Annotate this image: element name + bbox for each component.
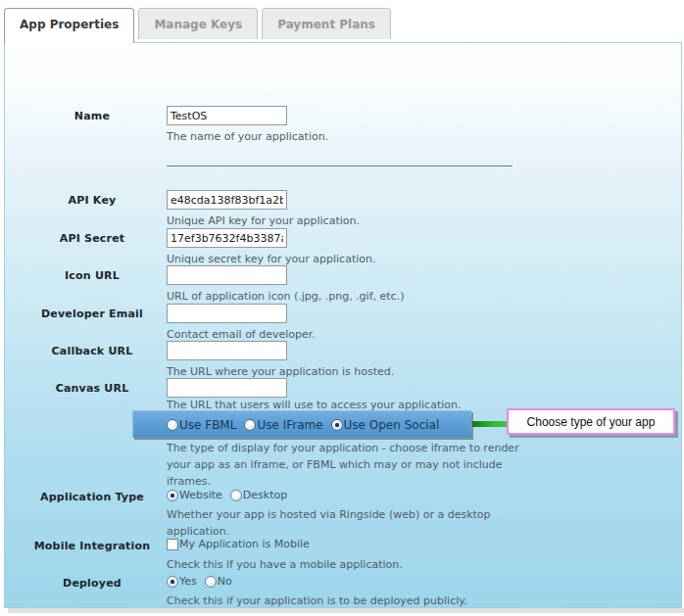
- developer-email-input[interactable]: [167, 304, 287, 323]
- application-type-options: Website Desktop: [167, 489, 287, 501]
- radio-use-iframe[interactable]: Use IFrame: [244, 418, 322, 432]
- deployed-options: Yes No: [167, 575, 232, 588]
- name-label: Name: [18, 110, 167, 122]
- callback-url-label: Callback URL: [18, 345, 167, 357]
- radio-use-fbml[interactable]: Use FBML: [167, 418, 236, 432]
- app-properties-screen: App Properties Manage Keys Payment Plans…: [0, 0, 684, 616]
- icon-url-label: Icon URL: [18, 269, 167, 282]
- callout-text: Choose type of your app: [527, 415, 656, 429]
- name-input[interactable]: [167, 106, 287, 125]
- checkbox-my-application-is-mobile[interactable]: My Application is Mobile: [167, 538, 310, 550]
- api-key-input[interactable]: [167, 190, 287, 210]
- radio-icon[interactable]: [167, 419, 178, 431]
- radio-label: Use IFrame: [257, 418, 322, 432]
- callout-tooltip: Choose type of your app: [507, 408, 675, 435]
- radio-icon[interactable]: [230, 490, 242, 501]
- callback-url-input[interactable]: [167, 341, 287, 360]
- tab-payment-plans[interactable]: Payment Plans: [262, 8, 391, 39]
- application-type-label: Application Type: [18, 491, 167, 503]
- developer-email-label: Developer Email: [18, 308, 167, 320]
- application-type-help: Whether your app is hosted via Ringside …: [167, 506, 527, 540]
- radio-icon[interactable]: [205, 576, 217, 588]
- radio-desktop[interactable]: Desktop: [230, 489, 287, 501]
- mobile-integration-options: My Application is Mobile: [167, 538, 310, 550]
- name-help: The name of your application.: [167, 128, 328, 145]
- icon-url-input[interactable]: [167, 265, 287, 285]
- deployed-label: Deployed: [18, 577, 167, 590]
- mobile-integration-help: Check this if you have a mobile applicat…: [167, 556, 403, 573]
- radio-label: No: [218, 575, 232, 588]
- radio-yes[interactable]: Yes: [167, 575, 197, 588]
- radio-icon[interactable]: [331, 419, 343, 431]
- api-secret-label: API Secret: [18, 232, 167, 245]
- display-type-highlight-bar: Use FBML Use IFrame Use Open Social: [132, 410, 471, 438]
- api-key-label: API Key: [18, 194, 167, 207]
- tab-manage-keys[interactable]: Manage Keys: [138, 8, 258, 39]
- radio-no[interactable]: No: [205, 575, 232, 588]
- section-divider: [167, 166, 513, 166]
- radio-label: Desktop: [243, 489, 287, 501]
- radio-label: Website: [179, 489, 222, 501]
- api-key-help: Unique API key for your application.: [167, 213, 360, 229]
- radio-website[interactable]: Website: [167, 489, 222, 501]
- radio-label: Use FBML: [179, 418, 236, 432]
- radio-icon[interactable]: [167, 576, 178, 588]
- canvas-url-input[interactable]: [167, 378, 287, 398]
- radio-icon[interactable]: [244, 419, 256, 431]
- icon-url-help: URL of application icon (.jpg, .png, .gi…: [167, 288, 404, 305]
- radio-icon[interactable]: [167, 490, 178, 501]
- display-type-help: The type of display for your application…: [167, 440, 531, 490]
- callout-connector-line: [472, 421, 507, 427]
- mobile-integration-label: Mobile Integration: [18, 540, 167, 552]
- tab-bar: App Properties Manage Keys Payment Plans: [4, 8, 391, 43]
- canvas-url-label: Canvas URL: [18, 382, 167, 395]
- api-secret-input[interactable]: [167, 228, 287, 248]
- radio-use-open-social[interactable]: Use Open Social: [331, 418, 440, 432]
- checkbox-icon[interactable]: [167, 539, 178, 550]
- deployed-help: Check this if your application is to be …: [167, 592, 467, 609]
- checkbox-label: My Application is Mobile: [179, 538, 310, 550]
- radio-label: Use Open Social: [344, 418, 440, 432]
- tab-app-properties[interactable]: App Properties: [4, 8, 134, 43]
- radio-label: Yes: [179, 575, 197, 588]
